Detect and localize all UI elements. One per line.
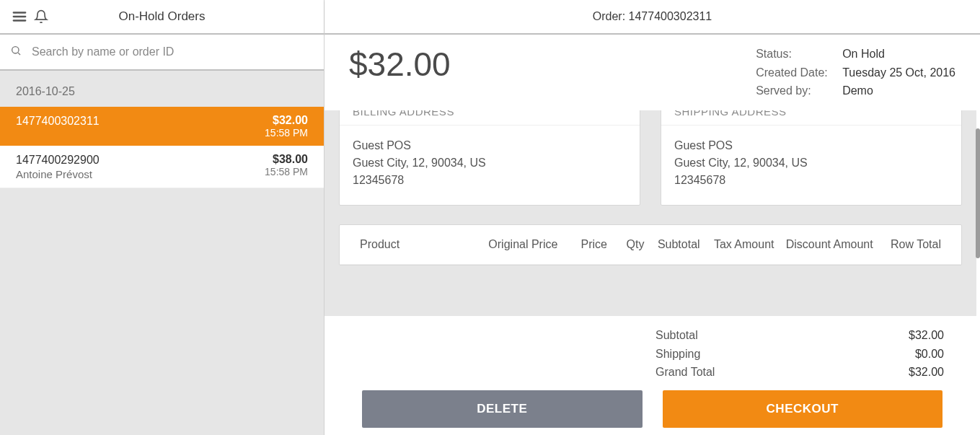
th-qty: Qty [607,238,644,251]
shipping-name: Guest POS [674,137,948,154]
served-label: Served by: [756,82,828,100]
svg-line-4 [18,53,20,55]
grand-label: Grand Total [655,363,715,382]
left-title: On-Hold Orders [52,9,272,24]
totals-block: Subtotal $32.00 Shipping $0.00 Grand Tot… [655,326,944,382]
right-panel: Order: 1477400302311 $32.00 Status: On H… [325,0,980,435]
order-summary: $32.00 Status: On Hold Created Date: Tue… [325,35,980,110]
order-id: 1477400292900 [16,153,100,168]
order-list-item[interactable]: 1477400292900 Antoine Prévost $38.00 15:… [0,146,324,188]
th-original-price: Original Price [483,238,557,251]
search-icon [10,45,22,59]
created-label: Created Date: [756,63,828,82]
left-header: On-Hold Orders [0,0,324,35]
order-id: 1477400302311 [16,114,100,129]
order-meta: Status: On Hold Created Date: Tuesday 25… [756,45,955,100]
th-subtotal: Subtotal [644,238,699,251]
shipping-label: Shipping [655,345,700,364]
order-price: $38.00 [265,153,308,166]
th-discount: Discount Amount [774,238,873,251]
bell-icon[interactable] [30,6,52,27]
order-scroll-region[interactable]: BILLING ADDRESS Guest POS Guest City, 12… [325,110,976,316]
billing-phone: 12345678 [353,172,627,189]
order-total: $32.00 [349,45,451,84]
date-group-header: 2016-10-25 [0,71,324,107]
status-value: On Hold [842,45,950,63]
shipping-title: SHIPPING ADDRESS [661,110,961,126]
svg-point-3 [12,47,19,53]
order-list-item[interactable]: 1477400302311 $32.00 15:58 PM [0,107,324,146]
order-bottom: Subtotal $32.00 Shipping $0.00 Grand Tot… [325,316,980,435]
shipping-phone: 12345678 [674,172,948,189]
search-input[interactable] [32,45,314,58]
scrollbar-thumb[interactable] [976,128,980,258]
th-tax: Tax Amount [700,238,774,251]
created-value: Tuesday 25 Oct, 2016 [842,63,955,82]
search-bar [0,35,324,71]
th-price: Price [557,238,607,251]
items-table: Product Original Price Price Qty Subtota… [339,224,962,265]
left-empty-area [0,188,324,435]
billing-card: BILLING ADDRESS Guest POS Guest City, 12… [339,110,640,206]
th-product: Product [360,238,483,251]
order-customer: Antoine Prévost [16,168,100,180]
subtotal-label: Subtotal [655,326,698,345]
order-time: 15:58 PM [265,166,308,177]
shipping-card: SHIPPING ADDRESS Guest POS Guest City, 1… [661,110,962,206]
menu-icon[interactable] [9,6,30,27]
served-value: Demo [842,82,950,100]
shipping-line: Guest City, 12, 90034, US [674,154,948,172]
status-label: Status: [756,45,828,63]
order-time: 15:58 PM [265,127,308,139]
order-price: $32.00 [265,114,308,127]
checkout-button[interactable]: CHECKOUT [663,390,943,428]
grand-value: $32.00 [909,363,944,382]
th-row-total: Row Total [873,238,941,251]
subtotal-value: $32.00 [909,326,944,345]
billing-line: Guest City, 12, 90034, US [353,154,627,172]
left-panel: On-Hold Orders 2016-10-25 1477400302311 … [0,0,325,435]
billing-name: Guest POS [353,137,627,154]
delete-button[interactable]: DELETE [362,390,643,428]
billing-title: BILLING ADDRESS [340,110,640,126]
order-header: Order: 1477400302311 [325,0,980,35]
shipping-value: $0.00 [915,345,944,364]
